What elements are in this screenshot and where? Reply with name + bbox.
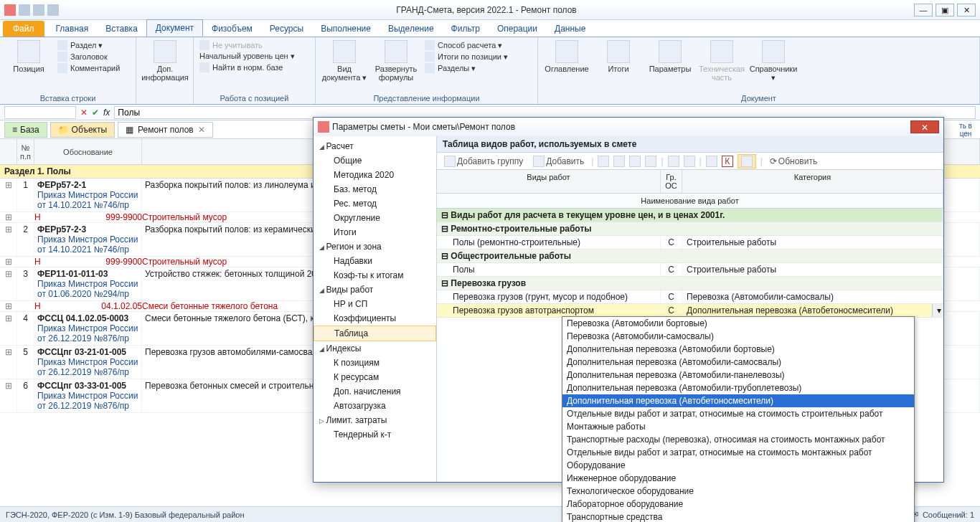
dropdown-arrow-icon[interactable]: ▾ [932, 304, 943, 317]
tree-item[interactable]: Коэф-ты к итогам [314, 268, 436, 283]
highlight-toggle[interactable] [738, 154, 756, 169]
close-tab-icon[interactable]: ✕ [198, 125, 205, 135]
dropdown-item[interactable]: Транспортные расходы (перевозка), относи… [562, 433, 914, 446]
dropdown-item[interactable]: Дополнительная перевозка (Автомобили-сам… [562, 356, 914, 369]
down-icon[interactable] [684, 156, 695, 167]
tree-item[interactable]: Тендерный к-т [314, 427, 436, 442]
tree[interactable]: РасчетОбщиеМетодика 2020Баз. методРес. м… [314, 136, 437, 482]
category-dropdown[interactable]: Перевозка (Автомобили бортовые)Перевозка… [562, 316, 915, 522]
work-group-row[interactable]: ⊟ Перевозка грузов [437, 277, 943, 290]
work-row[interactable]: Полы (ремонтно-строительные)ССтроительны… [437, 236, 943, 250]
work-group-row[interactable]: ⊟ Ремонтно-строительные работы [437, 222, 943, 236]
tree-item[interactable]: Автозагрузка [314, 399, 436, 413]
tab-physvol[interactable]: Физобъем [203, 21, 261, 37]
tab-main[interactable]: Главная [47, 21, 98, 37]
tree-item[interactable]: Общие [314, 153, 436, 168]
addinfo-button[interactable]: Доп. информация [142, 40, 188, 82]
dialog-close-button[interactable]: ✕ [910, 120, 939, 133]
find-norm-button[interactable]: Найти в норм. базе [199, 62, 295, 72]
tab-resources[interactable]: Ресурсы [261, 21, 312, 37]
tab-filter[interactable]: Фильтр [443, 21, 489, 37]
tab-data[interactable]: Данные [546, 21, 594, 37]
totals-button[interactable]: Итоги [595, 40, 641, 73]
dropdown-item[interactable]: Транспортные средства [562, 511, 914, 522]
tree-item[interactable]: К ресурсам [314, 370, 436, 384]
save-icon[interactable] [19, 4, 30, 16]
cancel-icon[interactable]: ✕ [80, 108, 88, 118]
dropdown-item[interactable]: Лабораторное оборудование [562, 498, 914, 511]
base-button[interactable]: ≡База [4, 122, 47, 138]
dropdown-item[interactable]: Инженерное оборудование [562, 472, 914, 485]
work-group-row[interactable]: ⊟ Общестроительные работы [437, 250, 943, 263]
tree-item[interactable]: Коэффициенты [314, 311, 436, 326]
refresh-button[interactable]: ⟳Обновить [767, 156, 820, 167]
tab-operations[interactable]: Операции [489, 21, 546, 37]
price-level-menu[interactable]: Начальный уровень цен ▾ [199, 52, 295, 61]
ignore-button[interactable]: Не учитывать [199, 40, 295, 50]
undo-icon[interactable] [33, 4, 44, 16]
work-row[interactable]: Перевозка грузов (грунт, мусор и подобно… [437, 290, 943, 304]
dropdown-item[interactable]: Дополнительная перевозка (Автобетоносмес… [562, 394, 914, 407]
tree-item[interactable]: Регион и зона [314, 239, 436, 254]
tree-item[interactable]: Методика 2020 [314, 168, 436, 182]
tree-item[interactable]: Баз. метод [314, 182, 436, 196]
close-button[interactable]: ✕ [957, 4, 976, 16]
calc-method-menu[interactable]: Способ расчета ▾ [425, 40, 508, 50]
tab-execution[interactable]: Выполнение [312, 21, 380, 37]
dropdown-item[interactable]: Дополнительная перевозка (Автомобили-тру… [562, 381, 914, 394]
tab-file[interactable]: Файл [3, 21, 44, 37]
tab-insert[interactable]: Вставка [97, 21, 146, 37]
dropdown-item[interactable]: Оборудование [562, 459, 914, 472]
work-row[interactable]: ПолыССтроительные работы [437, 263, 943, 277]
sections-menu[interactable]: Разделы ▾ [425, 63, 508, 73]
tree-item[interactable]: Лимит. затраты [314, 413, 436, 427]
comment-button[interactable]: Комментарий [57, 63, 120, 73]
tab-selection[interactable]: Выделение [380, 21, 443, 37]
dropdown-item[interactable]: Технологическое оборудование [562, 485, 914, 498]
up-icon[interactable] [668, 156, 679, 167]
doc-tab[interactable]: ▦Ремонт полов✕ [118, 122, 213, 138]
minimize-button[interactable]: ― [914, 4, 933, 16]
dropdown-item[interactable]: Перевозка (Автомобили бортовые) [562, 317, 914, 330]
dropdown-item[interactable]: Отдельные виды работ и затрат, относимые… [562, 446, 914, 459]
tree-item[interactable]: Таблица [314, 326, 436, 341]
section-menu[interactable]: Раздел ▾ [57, 40, 120, 50]
doc-view-menu[interactable]: Вид документа ▾ [321, 40, 367, 82]
tree-item[interactable]: Виды работ [314, 283, 436, 297]
position-totals-menu[interactable]: Итоги по позиции ▾ [425, 52, 508, 62]
tree-item[interactable]: Надбавки [314, 254, 436, 268]
tab-document[interactable]: Документ [146, 19, 203, 37]
tree-item[interactable]: Итоги [314, 225, 436, 239]
tree-item[interactable]: Рес. метод [314, 196, 436, 211]
tree-item[interactable]: Округление [314, 211, 436, 225]
tree-item[interactable]: Расчет [314, 139, 436, 153]
accept-icon[interactable]: ✔ [92, 108, 99, 118]
tech-part-button[interactable]: Техническая часть [699, 40, 745, 82]
dropdown-item[interactable]: Отдельные виды работ и затрат, относимые… [562, 407, 914, 420]
refs-menu[interactable]: Справочники ▾ [750, 40, 796, 82]
redo-icon[interactable] [47, 4, 59, 16]
section-row[interactable]: ⊟ Виды работ для расчета в текущем уровн… [437, 209, 943, 222]
add-button[interactable]: Добавить [530, 155, 587, 168]
tree-item[interactable]: Доп. начисления [314, 384, 436, 399]
tree-item[interactable]: Индексы [314, 341, 436, 356]
dropdown-item[interactable]: Монтажные работы [562, 420, 914, 433]
k-icon[interactable]: К [722, 156, 733, 167]
check-icon[interactable] [706, 156, 717, 167]
dropdown-item[interactable]: Дополнительная перевозка (Автомобили бор… [562, 343, 914, 356]
tree-item[interactable]: НР и СП [314, 297, 436, 311]
toc-button[interactable]: Оглавление [544, 40, 590, 73]
expand-formulas-button[interactable]: Развернуть формулы [373, 40, 419, 82]
dropdown-item[interactable]: Дополнительная перевозка (Автомобили-пан… [562, 369, 914, 381]
copy-icon[interactable] [613, 156, 625, 167]
paste-icon[interactable] [629, 156, 641, 167]
header-button[interactable]: Заголовок [57, 52, 120, 62]
delete-icon[interactable] [645, 156, 656, 167]
params-button[interactable]: Параметры [647, 40, 693, 73]
objects-button[interactable]: 📁Объекты [50, 122, 116, 138]
cut-icon[interactable] [598, 156, 609, 167]
tree-item[interactable]: К позициям [314, 356, 436, 370]
maximize-button[interactable]: ▣ [936, 4, 954, 16]
add-group-button[interactable]: Добавить группу [441, 155, 526, 168]
position-button[interactable]: Позиция [6, 40, 52, 73]
